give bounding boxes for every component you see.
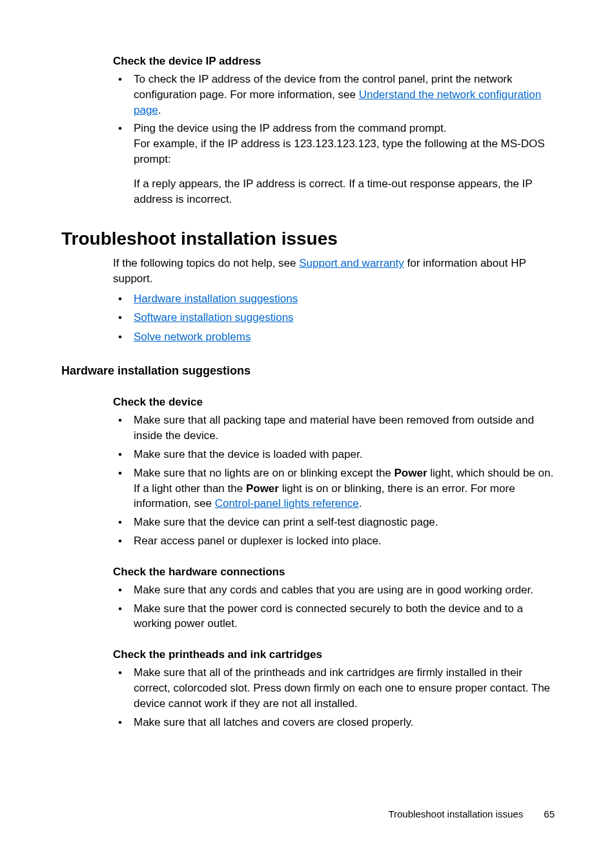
text: For example, if the IP address is 123.12… <box>134 138 545 165</box>
footer-text: Troubleshoot installation issues <box>388 808 523 819</box>
power-label: Power <box>395 467 427 479</box>
check-printheads-heading: Check the printheads and ink cartridges <box>113 648 555 661</box>
text: If the following topics do not help, see <box>113 257 299 269</box>
list-item: Make sure that the device can print a se… <box>113 515 555 530</box>
check-hardware-list: Make sure that any cords and cables that… <box>113 582 555 632</box>
list-item: Make sure that any cords and cables that… <box>113 582 555 598</box>
list-item: Hardware installation suggestions <box>113 291 555 307</box>
text: If a reply appears, the IP address is co… <box>134 176 555 207</box>
check-ip-list: To check the IP address of the device fr… <box>113 72 555 207</box>
list-item: Make sure that all of the printheads and… <box>113 665 555 711</box>
check-device-heading: Check the device <box>113 396 555 409</box>
list-item: To check the IP address of the device fr… <box>113 72 555 118</box>
intro-paragraph: If the following topics do not help, see… <box>113 256 555 287</box>
list-item: Solve network problems <box>113 329 555 345</box>
text: . <box>158 104 161 116</box>
control-panel-lights-link[interactable]: Control-panel lights reference <box>215 497 359 509</box>
section-title: Troubleshoot installation issues <box>61 229 555 249</box>
list-item: Make sure that all packing tape and mate… <box>113 413 555 444</box>
check-hardware-heading: Check the hardware connections <box>113 566 555 579</box>
list-item: Make sure that no lights are on or blink… <box>113 466 555 511</box>
topic-links: Hardware installation suggestions Softwa… <box>113 291 555 345</box>
check-printheads-list: Make sure that all of the printheads and… <box>113 665 555 730</box>
page-footer: Troubleshoot installation issues 65 <box>388 808 555 819</box>
solve-network-link[interactable]: Solve network problems <box>134 331 251 343</box>
text: Make sure that no lights are on or blink… <box>134 467 395 479</box>
list-item: Make sure that the power cord is connect… <box>113 601 555 632</box>
list-item: Rear access panel or duplexer is locked … <box>113 533 555 549</box>
check-device-list: Make sure that all packing tape and mate… <box>113 413 555 548</box>
software-suggestions-link[interactable]: Software installation suggestions <box>134 311 294 324</box>
page-number: 65 <box>544 808 555 819</box>
hardware-subsection-heading: Hardware installation suggestions <box>61 364 555 378</box>
check-ip-heading: Check the device IP address <box>113 55 555 68</box>
document-page: Check the device IP address To check the… <box>0 0 616 772</box>
list-item: Software installation suggestions <box>113 309 555 326</box>
list-item: Ping the device using the IP address fro… <box>113 121 555 207</box>
list-item: Make sure that the device is loaded with… <box>113 447 555 462</box>
text: Ping the device using the IP address fro… <box>134 122 446 134</box>
support-warranty-link[interactable]: Support and warranty <box>299 257 404 269</box>
power-label: Power <box>246 482 279 495</box>
hardware-suggestions-link[interactable]: Hardware installation suggestions <box>134 293 298 305</box>
text: . <box>359 497 362 509</box>
list-item: Make sure that all latches and covers ar… <box>113 715 555 730</box>
